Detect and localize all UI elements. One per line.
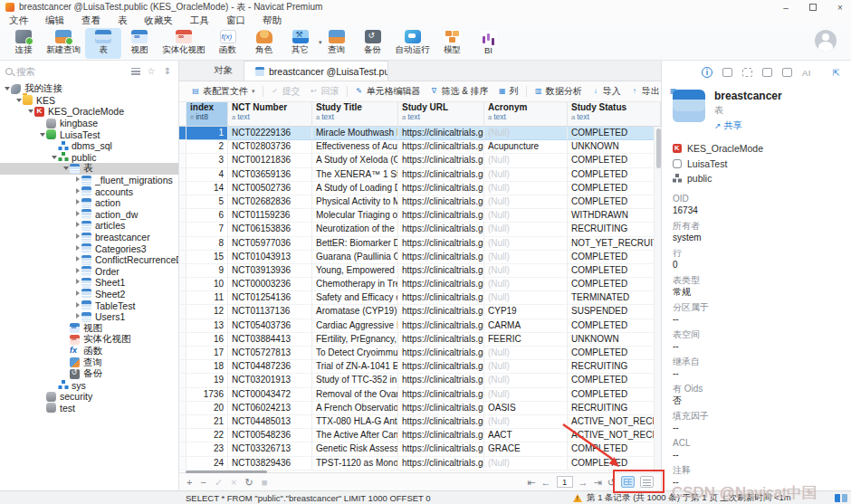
cell-study-title[interactable]: Removal of the Ovaries/ (312, 388, 398, 402)
cell-index[interactable]: 19 (186, 374, 228, 387)
cell-study-title[interactable]: TTX-080 HLA-G Antagon (312, 415, 398, 429)
toolbar-mviews-button[interactable]: 实体化视图 (158, 28, 210, 59)
cell-study-url[interactable]: https://clinicaltrials.gov/ (398, 388, 484, 402)
cell-acronym[interactable]: (Null) (484, 374, 568, 387)
row-marker[interactable] (179, 140, 186, 154)
cell-index[interactable]: 10 (186, 278, 228, 291)
menu-item-6[interactable]: 窗口 (226, 14, 245, 27)
cell-acronym[interactable]: GRACE (484, 442, 568, 456)
cell-study-url[interactable]: https://clinicaltrials.gov/ (398, 319, 484, 333)
tree-item-12[interactable]: articles (0, 220, 178, 232)
cell-study-url[interactable]: https://clinicaltrials.gov/ (398, 347, 484, 360)
cell-index[interactable]: 21 (186, 415, 228, 429)
cell-index[interactable]: 8 (186, 237, 228, 251)
grid-view-button[interactable] (621, 476, 635, 488)
row-marker[interactable] (179, 374, 186, 387)
row-marker[interactable] (179, 388, 186, 402)
cell-study-url[interactable]: https://clinicaltrials.gov/ (398, 195, 484, 209)
cell-index[interactable]: 7 (186, 223, 228, 236)
cell-acronym[interactable]: (Null) (484, 347, 568, 360)
horizontal-scrollbar-thumb[interactable] (186, 471, 267, 473)
cell-study-status[interactable]: COMPLETED (568, 278, 661, 291)
cell-nct-number[interactable]: NCT04485013 (228, 415, 312, 429)
cell-index[interactable]: 16 (186, 333, 228, 347)
cell-acronym[interactable]: (Null) (484, 360, 568, 374)
cell-acronym[interactable]: (Null) (484, 388, 568, 402)
cell-index[interactable]: 11 (186, 291, 228, 305)
cell-index[interactable]: 23 (186, 442, 228, 456)
cell-nct-number[interactable]: NCT00121836 (228, 154, 312, 167)
cell-study-title[interactable]: Genetic Risk Assessment (312, 442, 398, 456)
share-link[interactable]: ↗ 共享 (714, 119, 782, 132)
tab-breastcancer[interactable]: breastcancer @LuisaTest.public (KES_... (244, 61, 388, 81)
cell-study-title[interactable]: Chemotherapy in Treatin (312, 278, 398, 291)
cell-study-url[interactable]: https://clinicaltrials.gov/ (398, 251, 484, 264)
cell-index[interactable]: 2 (186, 140, 228, 154)
cell-nct-number[interactable]: NCT03884413 (228, 333, 312, 347)
cell-nct-number[interactable]: NCT01159236 (228, 209, 312, 223)
cell-study-url[interactable]: https://clinicaltrials.gov/ (398, 223, 484, 236)
cell-acronym[interactable]: CYP19 (484, 305, 568, 319)
cell-study-status[interactable]: COMPLETED (568, 388, 661, 402)
cell-acronym[interactable]: FEERIC (484, 333, 568, 347)
cell-index[interactable]: 24 (186, 457, 228, 471)
row-marker[interactable] (179, 415, 186, 429)
toolbar-query-button[interactable]: 查询 (319, 28, 355, 59)
cell-acronym[interactable]: (Null) (484, 291, 568, 305)
data-analysis-button[interactable]: ▥数据分析 (530, 81, 587, 101)
delete-record-button[interactable]: − (200, 474, 206, 490)
tree-item-26[interactable]: sys (0, 379, 178, 391)
cell-study-url[interactable]: https://clinicaltrials.gov/ (398, 360, 484, 374)
cell-nct-number[interactable]: NCT03913936 (228, 264, 312, 278)
row-marker[interactable] (179, 457, 186, 471)
cell-study-status[interactable]: COMPLETED (568, 182, 661, 195)
search-box[interactable] (5, 66, 126, 77)
cell-index[interactable]: 12 (186, 305, 228, 319)
cell-study-url[interactable]: https://clinicaltrials.gov/ (398, 154, 484, 167)
path-item-luisatest[interactable]: LuisaTest (673, 158, 840, 169)
row-marker[interactable] (179, 223, 186, 236)
row-marker[interactable] (179, 237, 186, 251)
tree-item-8[interactable]: _fluent_migrations (0, 175, 178, 186)
path-item-kes_oraclemode[interactable]: KES_OracleMode (673, 143, 840, 154)
tree-item-16[interactable]: Order (0, 266, 178, 278)
cell-acronym[interactable]: (Null) (484, 154, 568, 167)
cell-acronym[interactable]: OASIS (484, 402, 568, 415)
path-item-public[interactable]: public (673, 173, 840, 184)
cell-nct-number[interactable]: NCT03829436 (228, 457, 312, 471)
cell-acronym[interactable]: (Null) (484, 223, 568, 236)
row-marker[interactable] (179, 319, 186, 333)
cell-acronym[interactable]: (Null) (484, 237, 568, 251)
row-marker[interactable] (179, 305, 186, 319)
cell-index[interactable]: 9 (186, 264, 228, 278)
cell-acronym[interactable]: AACT (484, 429, 568, 442)
toolbar-model-button[interactable]: 模型 (435, 28, 471, 59)
toolbar-bi-button[interactable]: BI (471, 28, 507, 59)
cell-acronym[interactable]: Acupuncture (484, 140, 568, 154)
prev-page-button[interactable]: ← (541, 474, 551, 490)
row-marker[interactable] (179, 251, 186, 264)
tree-item-27[interactable]: security (0, 391, 178, 403)
cell-index[interactable]: 17 (186, 347, 228, 360)
first-page-button[interactable]: ⇤ (527, 474, 535, 490)
cell-study-title[interactable]: Physical Activity to Main (312, 195, 398, 209)
cell-study-status[interactable]: TERMINATED (568, 291, 661, 305)
row-marker[interactable] (179, 347, 186, 360)
export-button[interactable]: ↑导出 (626, 81, 665, 101)
column-header-study-title[interactable]: Study Titleatext.. (312, 102, 398, 126)
cell-study-title[interactable]: To Detect Cryoimmunol (312, 347, 398, 360)
ai-tab-icon[interactable]: AI (802, 68, 811, 78)
cell-nct-number[interactable]: NCT03326713 (228, 442, 312, 456)
cell-study-title[interactable]: The Active After Cancer (312, 429, 398, 442)
cell-acronym[interactable]: (Null) (484, 195, 568, 209)
tree-item-20[interactable]: Users1 (0, 311, 178, 323)
cell-study-title[interactable]: Effectiveness of Acupunc (312, 140, 398, 154)
cell-acronym[interactable]: (Null) (484, 182, 568, 195)
row-marker[interactable] (179, 168, 186, 182)
cell-study-title[interactable]: A French Observational (312, 402, 398, 415)
cell-study-title[interactable]: Study of TTC-352 in Pati (312, 374, 398, 387)
cell-nct-number[interactable]: NCT01137136 (228, 305, 312, 319)
cell-acronym[interactable]: (Null) (484, 264, 568, 278)
tree-item-2[interactable]: KES_OracleMode (0, 106, 178, 118)
cell-study-url[interactable]: https://clinicaltrials.gov/ (398, 168, 484, 182)
